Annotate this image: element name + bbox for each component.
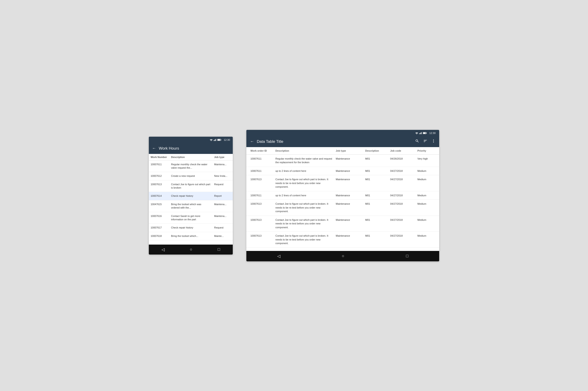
row-jobcode: 04/27/2018 (389, 167, 416, 175)
row-description: Check repair history (169, 224, 212, 232)
row-jobcode: 04/26/2018 (389, 155, 416, 167)
work-number: 10007618 (149, 232, 169, 240)
table-row[interactable]: 10007613 Contact Joe to figure out which… (246, 216, 439, 232)
row-jobtype: Maintenance (334, 200, 364, 215)
svg-rect-7 (419, 133, 420, 134)
row-description: Regular monthly check the water valve an… (274, 155, 334, 167)
phone-col-description: Description (169, 154, 212, 160)
row-priority: Medium (416, 191, 437, 200)
work-order-id: 10007613 (249, 232, 274, 248)
recents-nav-button[interactable]: □ (218, 247, 220, 252)
tablet-table-body: 10007611 Regular monthly check the water… (246, 155, 439, 251)
row-description: Bring the toolset which... (169, 232, 212, 240)
table-row[interactable]: 10007611 Regular monthly check the water… (246, 155, 439, 167)
phone-header: ← Work Hours (149, 143, 233, 154)
work-number: 10007616 (149, 212, 169, 224)
back-nav-button[interactable]: ◁ (161, 247, 165, 252)
more-icon[interactable] (432, 139, 436, 144)
row-desc2: M01 (364, 167, 389, 175)
row-priority: Medium (416, 175, 437, 191)
table-row[interactable]: 10007613 Contact Joe to figure out which… (246, 175, 439, 191)
phone-table-body: 10007611 Regular monthly check the water… (149, 161, 233, 245)
svg-rect-3 (216, 139, 216, 141)
tablet-recents-nav-button[interactable]: □ (406, 254, 408, 258)
tablet-time: 12:30 (429, 132, 436, 134)
table-row[interactable]: 10007618 Bring the toolset which... Main… (149, 232, 233, 240)
row-description: Bring the toolset which was ordered with… (169, 200, 212, 212)
work-number: 10047615 (149, 200, 169, 212)
tablet-title: Data Table Title (257, 139, 412, 144)
tablet-status-bar: 12:30 (246, 130, 439, 136)
row-description: Contact Sarah to get more information on… (169, 212, 212, 224)
phone-title: Work Hours (159, 146, 179, 151)
tablet-nav-bar: ◁ ○ □ (246, 251, 439, 261)
row-description: Contact Joe to figure out which part is … (274, 216, 334, 232)
table-row[interactable]: 10007613 Contact Joe to figure out which… (246, 232, 439, 248)
table-row[interactable]: 10007611 up to 2 lines of content here M… (246, 191, 439, 200)
phone-nav-bar: ◁ ○ □ (149, 245, 233, 255)
row-desc2: M01 (364, 175, 389, 191)
work-order-id: 10007613 (249, 175, 274, 191)
row-desc2: M01 (364, 200, 389, 215)
row-jobcode: 04/27/2018 (389, 232, 416, 248)
row-jobtype: Maintena... (212, 200, 233, 212)
work-order-id: 10007613 (249, 200, 274, 215)
work-number: 10007617 (149, 224, 169, 232)
tablet-header: ← Data Table Title (246, 136, 439, 147)
row-description: up to 2 lines of content here (274, 167, 334, 175)
row-jobtype: Maintenance (334, 216, 364, 232)
table-row[interactable]: 10047615 Bring the toolset which was ord… (149, 200, 233, 212)
phone-back-button[interactable]: ← (152, 146, 156, 151)
work-number: 10007612 (149, 172, 169, 180)
phone-table-header: Work Number Description Job type (149, 154, 233, 161)
phone-status-bar: 12:30 (149, 137, 233, 143)
row-jobtype: Request (212, 224, 233, 232)
tablet-col-jobcode: Job code (389, 147, 416, 154)
tablet-device: 12:30 ← Data Table Title Work order ID D… (246, 130, 439, 261)
svg-rect-12 (426, 133, 427, 133)
phone-col-jobtype: Job type (212, 154, 233, 160)
svg-point-14 (433, 139, 434, 140)
table-row[interactable]: 10007613 Contact Joe to figure out which… (246, 200, 439, 216)
tablet-col-priority: Priority (416, 147, 437, 154)
table-row[interactable]: 10007614 Check repair history Report (149, 192, 233, 200)
filter-icon[interactable] (423, 139, 427, 144)
home-nav-button[interactable]: ○ (190, 247, 192, 252)
row-desc2: M01 (364, 216, 389, 232)
table-row[interactable]: 10007616 Contact Sarah to get more infor… (149, 212, 233, 224)
row-jobtype: Maintenance (334, 175, 364, 191)
row-jobcode: 04/27/2018 (389, 175, 416, 191)
svg-rect-0 (214, 140, 214, 141)
row-priority: Medium (416, 232, 437, 248)
tablet-back-button[interactable]: ← (250, 139, 254, 144)
tablet-home-nav-button[interactable]: ○ (342, 254, 344, 258)
tablet-table-header: Work order ID Description Job type Descr… (246, 147, 439, 155)
table-row[interactable]: 10007611 up to 2 lines of content here M… (246, 167, 439, 176)
table-row[interactable]: 10007613 Contact Joe to figure out which… (149, 181, 233, 192)
table-row[interactable]: 10007611 Regular monthly check the water… (149, 161, 233, 172)
search-icon[interactable] (415, 139, 419, 144)
row-desc2: M01 (364, 191, 389, 200)
phone-col-worknumber: Work Number (149, 154, 169, 160)
row-priority: Very high (416, 155, 437, 167)
row-description: Create a new request (169, 172, 212, 180)
row-priority: Medium (416, 167, 437, 175)
row-jobtype: Maintena... (212, 212, 233, 224)
tablet-col-description: Description (274, 147, 334, 154)
svg-rect-5 (221, 139, 221, 140)
work-order-id: 10007613 (249, 216, 274, 232)
work-order-id: 10007611 (249, 155, 274, 167)
row-description: Check repair history (169, 192, 212, 200)
svg-rect-9 (421, 132, 421, 134)
tablet-status-icons (415, 132, 427, 134)
row-description: Contact Joe to figure out which part is … (274, 232, 334, 248)
svg-point-15 (433, 141, 434, 141)
table-row[interactable]: 10007612 Create a new request New Insta.… (149, 172, 233, 180)
row-jobtype: Mainte... (212, 232, 233, 240)
row-jobtype: Maintena... (212, 161, 233, 172)
work-number: 10007614 (149, 192, 169, 200)
row-jobtype: New Insta... (212, 172, 233, 180)
row-jobtype: Report (212, 192, 233, 200)
table-row[interactable]: 10007617 Check repair history Request (149, 224, 233, 232)
tablet-back-nav-button[interactable]: ◁ (277, 254, 280, 259)
